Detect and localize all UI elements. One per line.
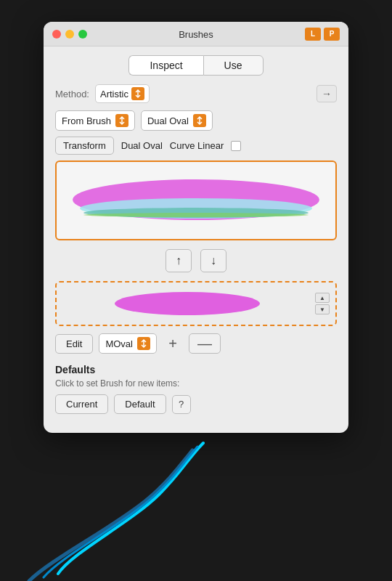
shape-row: From Brush Dual Oval [55, 110, 337, 131]
method-arrow [131, 87, 144, 100]
from-brush-arrow [115, 114, 128, 127]
dual-oval-top-select[interactable]: Dual Oval [141, 110, 213, 131]
traffic-lights [52, 30, 87, 38]
title-icon-group: L P [305, 28, 340, 41]
defaults-title: Defaults [55, 364, 337, 375]
moval-arrow [137, 337, 150, 350]
method-row: Method: Artistic → [55, 84, 337, 103]
tab-use[interactable]: Use [203, 55, 264, 76]
icon-p[interactable]: P [324, 28, 340, 41]
selection-area: ▲ ▼ [55, 281, 337, 326]
curve-linear-label: Curve Linear [170, 140, 224, 151]
tab-bar: Inspect Use [55, 55, 337, 76]
move-buttons-row: ↑ ↓ [55, 249, 337, 272]
moval-select[interactable]: MOval [99, 333, 157, 354]
brush-decoration [0, 421, 392, 581]
brush-preview [55, 161, 337, 240]
add-button[interactable]: + [163, 333, 183, 354]
decoration-svg [0, 421, 290, 581]
step-down-button[interactable]: ▼ [315, 304, 330, 314]
down-arrow-icon: ↓ [211, 254, 216, 267]
tab-inspect[interactable]: Inspect [128, 55, 203, 76]
defaults-section: Defaults Click to set Brush for new item… [55, 364, 337, 414]
titlebar: Brushes L P [44, 22, 348, 46]
selected-oval-preview [60, 290, 315, 317]
defaults-description: Click to set Brush for new items: [55, 378, 337, 389]
current-button[interactable]: Current [55, 394, 108, 414]
step-control: ▲ ▼ [315, 293, 330, 314]
up-arrow-icon: ↑ [176, 254, 181, 267]
step-up-button[interactable]: ▲ [315, 293, 330, 303]
svg-point-3 [83, 213, 309, 217]
window-title: Brushes [179, 29, 213, 40]
icon-l[interactable]: L [305, 28, 321, 41]
selected-oval-svg [107, 288, 267, 320]
edit-button[interactable]: Edit [55, 334, 93, 354]
remove-button[interactable]: — [189, 333, 221, 354]
edit-row: Edit MOval + — [55, 333, 337, 354]
method-select[interactable]: Artistic [95, 84, 150, 103]
minimize-button[interactable] [65, 30, 74, 38]
from-brush-label: From Brush [62, 115, 111, 126]
from-brush-select[interactable]: From Brush [55, 110, 135, 131]
default-button[interactable]: Default [114, 394, 166, 414]
brushes-window: Brushes L P Inspect Use Method: Artistic [44, 22, 348, 433]
move-up-button[interactable]: ↑ [166, 249, 192, 272]
move-down-button[interactable]: ↓ [200, 249, 226, 272]
dual-oval-top-arrow [193, 114, 206, 127]
toolbar-row: Transform Dual Oval Curve Linear [55, 137, 337, 155]
dual-oval-label: Dual Oval [121, 140, 163, 151]
curve-checkbox[interactable] [231, 141, 241, 151]
svg-point-4 [115, 292, 260, 315]
help-button[interactable]: ? [172, 395, 191, 414]
dual-oval-top-label: Dual Oval [147, 115, 189, 126]
panel-content: Inspect Use Method: Artistic → From Brus… [44, 46, 348, 433]
method-value: Artistic [100, 89, 128, 99]
method-label: Method: [55, 89, 89, 99]
transform-button[interactable]: Transform [55, 137, 114, 155]
defaults-buttons-row: Current Default ? [55, 394, 337, 414]
method-forward-button[interactable]: → [317, 85, 337, 102]
moval-label: MOval [105, 338, 133, 349]
maximize-button[interactable] [78, 30, 87, 38]
close-button[interactable] [52, 30, 61, 38]
brush-strokes-svg [57, 162, 335, 239]
